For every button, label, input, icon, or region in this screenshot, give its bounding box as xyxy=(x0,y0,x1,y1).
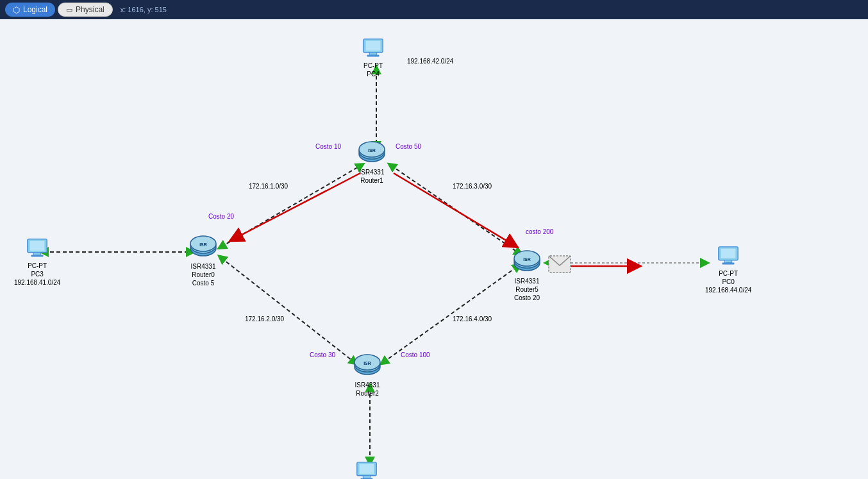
svg-text:ISR: ISR xyxy=(199,242,207,247)
net-label-42: 192.168.42.0/24 xyxy=(407,58,453,65)
pc3-icon xyxy=(25,237,49,262)
svg-text:ISR: ISR xyxy=(368,148,376,153)
pc0-label2: PC0 xyxy=(722,278,734,286)
node-pc4[interactable]: PC-PT PC4 xyxy=(361,37,385,78)
router0-label1: ISR4331 xyxy=(191,262,216,271)
svg-text:ISR: ISR xyxy=(523,257,531,262)
logical-icon: ⬡ xyxy=(13,5,20,15)
router0-costo: Costo 5 xyxy=(192,279,214,287)
pc4-label: PC-PT xyxy=(363,62,383,70)
svg-rect-34 xyxy=(30,241,45,251)
router0-icon: ISR xyxy=(189,234,217,262)
switch-icon xyxy=(548,255,571,274)
svg-rect-42 xyxy=(360,464,374,474)
cost-label-30: Costo 30 xyxy=(310,351,335,358)
titlebar: ⬡ Logical ▭ Physical x: 1616, y: 515 xyxy=(0,0,868,19)
net-label-3: 172.16.3.0/30 xyxy=(453,183,492,190)
svg-rect-36 xyxy=(31,255,44,257)
cost-label-10: Costo 10 xyxy=(315,143,341,150)
svg-rect-43 xyxy=(363,476,370,478)
tab-logical[interactable]: ⬡ Logical xyxy=(5,3,55,17)
pc4-icon xyxy=(361,37,385,62)
tab-physical[interactable]: ▭ Physical xyxy=(58,3,113,17)
pc0-label1: PC-PT xyxy=(719,269,738,278)
svg-line-4 xyxy=(391,165,519,253)
router5-costo: Costo 20 xyxy=(514,294,540,302)
pc0-net: 192.168.44.0/24 xyxy=(705,286,751,294)
coords-display: x: 1616, y: 515 xyxy=(121,6,167,13)
node-pc0[interactable]: PC-PT PC0 192.168.44.0/24 xyxy=(705,245,751,294)
node-pc-bottom[interactable]: PC-PT xyxy=(355,460,379,479)
pc3-label1: PC-PT xyxy=(28,262,47,270)
svg-rect-39 xyxy=(724,260,731,263)
pc4-label2: PC4 xyxy=(367,70,379,78)
cost-label-100: Costo 100 xyxy=(401,351,430,358)
net-label-2: 172.16.2.0/30 xyxy=(245,315,284,323)
router5-icon: ISR xyxy=(513,249,541,277)
router1-label2: Router1 xyxy=(360,176,383,185)
svg-rect-16 xyxy=(367,55,380,57)
router2-label1: ISR4331 xyxy=(355,381,380,389)
svg-rect-14 xyxy=(366,41,381,51)
svg-rect-15 xyxy=(369,53,376,55)
cost-label-50: Costo 50 xyxy=(396,143,421,150)
pc3-label2: PC3 xyxy=(31,270,43,278)
router0-label2: Router0 xyxy=(192,271,215,279)
net-label-1: 172.16.1.0/30 xyxy=(249,183,288,190)
node-router1[interactable]: ISR ISR4331 Router1 xyxy=(358,140,386,185)
tab-logical-label: Logical xyxy=(23,5,47,14)
node-router5[interactable]: ISR ISR4331 Router5 Costo 20 xyxy=(513,249,541,302)
node-pc3[interactable]: PC-PT PC3 192.168.41.0/24 xyxy=(14,237,60,287)
net-label-4: 172.16.4.0/30 xyxy=(453,315,492,323)
router5-label2: Router5 xyxy=(515,285,538,294)
svg-line-3 xyxy=(221,165,361,247)
router1-icon: ISR xyxy=(358,140,386,168)
svg-text:ISR: ISR xyxy=(363,361,371,366)
router2-icon: ISR xyxy=(353,353,381,381)
pc0-icon xyxy=(716,245,740,269)
physical-icon: ▭ xyxy=(66,6,72,14)
router2-label2: Router2 xyxy=(356,389,379,398)
svg-rect-38 xyxy=(721,249,736,258)
svg-line-5 xyxy=(221,258,355,362)
router5-label1: ISR4331 xyxy=(515,277,540,285)
pcbottom-icon xyxy=(355,460,379,479)
node-router0[interactable]: ISR ISR4331 Router0 Costo 5 xyxy=(189,234,217,287)
svg-rect-40 xyxy=(722,263,735,265)
router1-label1: ISR4331 xyxy=(360,168,385,176)
node-router2[interactable]: ISR ISR4331 Router2 xyxy=(353,353,381,398)
svg-rect-35 xyxy=(33,253,40,255)
cost-label-20a: Costo 20 xyxy=(208,213,234,220)
cost-label-200: costo 200 xyxy=(526,228,553,235)
pc3-net: 192.168.41.0/24 xyxy=(14,278,60,287)
tab-physical-label: Physical xyxy=(76,5,104,14)
network-canvas: PC-PT PC4 192.168.42.0/24 ISR ISR4331 Ro… xyxy=(0,19,868,479)
svg-line-6 xyxy=(383,266,518,362)
